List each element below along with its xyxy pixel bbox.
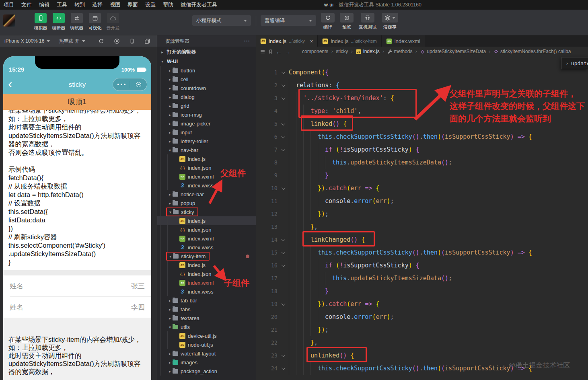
tab-index.js[interactable]: JSindex.js...\sticky-item <box>318 35 381 47</box>
tree-item-index.wxss[interactable]: 3index.wxss <box>157 181 256 190</box>
sticky-scope-hint[interactable]: › updateS <box>561 57 588 69</box>
fold-chevron-icon[interactable] <box>278 148 289 151</box>
nav-forward-icon[interactable]: → <box>285 48 291 55</box>
tree-item-index.wxml[interactable]: <>index.wxml <box>157 234 256 243</box>
breadcrumb-item[interactable]: JSindex.js <box>356 49 380 55</box>
tree-item-tab-bar[interactable]: ▸tab-bar <box>157 296 256 305</box>
clear-cache-button[interactable]: 清缓存 <box>382 13 398 30</box>
menu-item-转到[interactable]: 转到 <box>71 1 88 8</box>
debugger-button[interactable]: 调试器 <box>69 13 84 31</box>
tree-item-index.wxss[interactable]: 3index.wxss <box>157 287 256 296</box>
detach-window-button[interactable] <box>144 38 150 44</box>
tree-item-button[interactable]: ▸button <box>157 66 256 75</box>
tree-item-input[interactable]: ▸input <box>157 128 256 137</box>
tree-item-index.js[interactable]: JSindex.js <box>157 216 256 225</box>
tree-item-dialog[interactable]: ▸dialog <box>157 92 256 101</box>
tree-item-index.wxss[interactable]: 3index.wxss <box>157 243 256 252</box>
tree-item-images[interactable]: ▸images <box>157 358 256 367</box>
tree-item-cell[interactable]: ▸cell <box>157 75 256 84</box>
menu-item-选择[interactable]: 选择 <box>88 1 106 8</box>
fold-chevron-icon[interactable] <box>278 303 289 306</box>
tree-item-index.wxml[interactable]: <>index.wxml <box>157 278 256 287</box>
editor-button[interactable]: 编辑器 <box>51 13 66 31</box>
fold-chevron-icon[interactable] <box>278 84 289 87</box>
tree-item-icon-msg[interactable]: ▸icon-msg <box>157 110 256 119</box>
menu-item-微信开发者工具[interactable]: 微信开发者工具 <box>177 1 221 8</box>
breadcrumb-item[interactable]: methods <box>387 49 413 54</box>
fold-chevron-icon[interactable] <box>278 264 289 267</box>
tree-item-nav-bar[interactable]: ▾nav-bar <box>157 146 256 154</box>
breadcrumb-item[interactable]: components <box>302 49 328 54</box>
close-miniprogram-button[interactable] <box>130 82 147 87</box>
tree-item-sticky-item[interactable]: ▾sticky-item <box>157 252 256 261</box>
close-icon[interactable]: × <box>310 38 313 44</box>
fold-chevron-icon[interactable] <box>278 97 289 100</box>
list-row[interactable]: 姓名李四 <box>3 297 151 318</box>
tree-item-textarea[interactable]: ▸textarea <box>157 314 256 322</box>
code-token: ) <box>510 133 514 140</box>
tree-item-grid[interactable]: ▸grid <box>157 101 256 110</box>
fold-chevron-icon[interactable] <box>278 367 289 370</box>
tree-item-index.json[interactable]: {..}index.json <box>157 225 256 234</box>
menu-item-帮助[interactable]: 帮助 <box>159 1 177 8</box>
tab-index.js[interactable]: JSindex.js...\sticky× <box>256 35 318 47</box>
menu-item-工具[interactable]: 工具 <box>53 1 71 8</box>
tree-item-index.json[interactable]: {..}index.json <box>157 163 256 172</box>
menu-item-编辑[interactable]: 编辑 <box>35 1 53 8</box>
fold-chevron-icon[interactable] <box>278 136 289 138</box>
tree-item-package_action[interactable]: ▸package_action <box>157 367 256 376</box>
tree-item-waterfall-layout[interactable]: ▸waterfall-layout <box>157 349 256 358</box>
more-button[interactable] <box>113 84 130 86</box>
menu-item-界面[interactable]: 界面 <box>124 1 142 8</box>
tree-item-countdown[interactable]: ▸countdown <box>157 84 256 92</box>
tree-item-popup[interactable]: ▸popup <box>157 199 256 207</box>
bookmark-button[interactable] <box>268 49 273 54</box>
more-actions-icon[interactable]: ··· <box>244 38 250 44</box>
fold-chevron-icon[interactable] <box>278 123 289 125</box>
remote-debug-button[interactable]: 真机调试 <box>359 13 376 30</box>
tree-item-index.json[interactable]: {..}index.json <box>157 269 256 278</box>
fold-chevron-icon[interactable] <box>278 238 289 241</box>
tree-item-lottery-roller[interactable]: ▸lottery-roller <box>157 137 256 146</box>
fold-chevron-icon[interactable] <box>278 71 289 74</box>
menu-item-文件[interactable]: 文件 <box>18 1 35 8</box>
tree-item-index.wxml[interactable]: <>index.wxml <box>157 172 256 181</box>
compile-button[interactable]: 编译 <box>321 13 335 30</box>
tree-item-utils[interactable]: ▾utils <box>157 322 256 331</box>
tree-item-tabs[interactable]: ▸tabs <box>157 305 256 314</box>
simulator-button[interactable]: 模拟器 <box>33 13 48 31</box>
compile-mode-select[interactable]: 普通编译 <box>261 15 316 26</box>
tree-item-index.js[interactable]: JSindex.js <box>157 261 256 269</box>
tree-item-image-picker[interactable]: ▸image-picker <box>157 119 256 128</box>
device-frame-button[interactable] <box>130 38 135 44</box>
tree-item-notice-bar[interactable]: ▸notice-bar <box>157 190 256 199</box>
breadcrumb-item[interactable]: updateStickyItemsSizeData <box>420 49 486 54</box>
refresh-simulator-button[interactable] <box>98 38 104 44</box>
hot-reload-toggle[interactable]: 热重载 开 <box>54 38 89 45</box>
cloud-dev-button[interactable]: 云开发 <box>105 13 121 31</box>
tree-item-index.js[interactable]: JSindex.js <box>157 154 256 163</box>
preview-button[interactable]: 预览 <box>340 13 354 30</box>
project-avatar[interactable] <box>3 14 15 27</box>
fold-chevron-icon[interactable] <box>278 354 289 357</box>
tab-index.wxml[interactable]: <>index.wxml <box>382 35 425 47</box>
fold-chevron-icon[interactable] <box>278 187 289 190</box>
device-select[interactable]: iPhone X 100% 16 <box>0 38 54 44</box>
nav-back-icon[interactable]: ← <box>276 48 282 55</box>
menu-item-设置[interactable]: 设置 <box>142 1 159 8</box>
fold-chevron-icon[interactable] <box>278 251 289 254</box>
tree-item-node-util.js[interactable]: JSnode-util.js <box>157 340 256 349</box>
tree-item-sticky[interactable]: ▾sticky <box>157 207 256 216</box>
breadcrumb-item[interactable]: stickyItemNodes.forEach() callba <box>493 49 571 54</box>
mode-select[interactable]: 小程序模式 <box>192 15 251 26</box>
tree-item-device-util.js[interactable]: JSdevice-util.js <box>157 331 256 340</box>
outline-button[interactable] <box>260 49 265 54</box>
stop-button[interactable] <box>114 38 120 44</box>
menu-item-视图[interactable]: 视图 <box>106 1 124 8</box>
breadcrumb-item[interactable]: sticky <box>336 49 348 54</box>
explorer-section-打开的编辑器[interactable]: ▸打开的编辑器 <box>157 47 256 57</box>
explorer-section-W-UI[interactable]: ▾W-UI <box>157 57 256 66</box>
list-row[interactable]: 姓名张三 <box>3 275 151 296</box>
menu-item-项目[interactable]: 项目 <box>0 1 18 8</box>
visualizer-button[interactable]: 可视化 <box>87 13 103 31</box>
